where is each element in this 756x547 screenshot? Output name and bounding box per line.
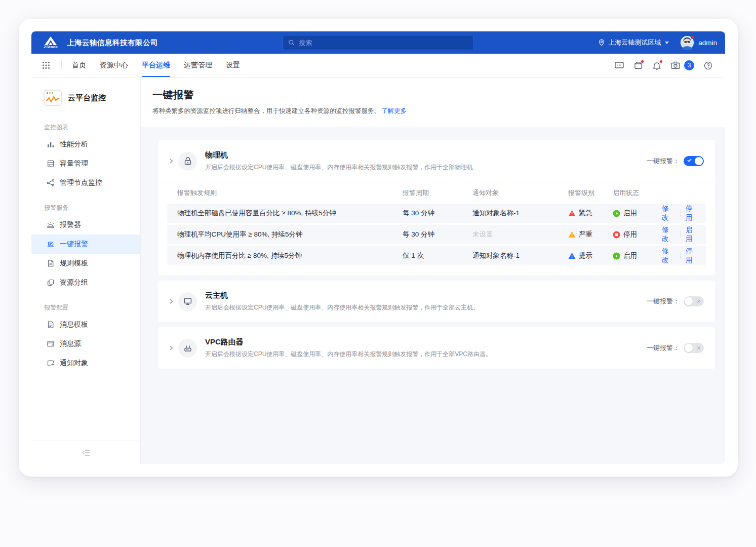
period-cell: 每 30 分钟 — [403, 230, 472, 239]
nav-item-resource-center[interactable]: 资源中心 — [100, 54, 128, 77]
collapse-chevron-icon[interactable] — [168, 158, 174, 164]
sidebar-item-alarms[interactable]: 报警器 — [31, 215, 140, 235]
card-physical-machine: 物理机 开启后会根据设定CPU使用率、磁盘使用率、内存使用率相关报警规则触发报警… — [158, 140, 715, 276]
period-cell: 仅 1 次 — [403, 251, 472, 260]
cards-area: 物理机 开启后会根据设定CPU使用率、磁盘使用率、内存使用率相关报警规则触发报警… — [141, 127, 725, 464]
page-subtitle: 将种类繁多的资源监控项进行归纳整合，用于快速建立各种资源的监控报警服务。了解更多 — [152, 107, 713, 115]
tasks-notification-dot — [641, 60, 644, 63]
level-severe-icon — [568, 231, 576, 238]
app-window: ZStack 上海云轴信息科技有限公司 上海云轴测试区域 — [19, 19, 738, 477]
sidebar-item-label: 消息源 — [60, 339, 81, 348]
sidebar-item-label: 消息模板 — [60, 320, 88, 329]
sidebar-item-performance-analysis[interactable]: 性能分析 — [31, 135, 140, 154]
sidebar-collapse-button[interactable] — [82, 449, 90, 456]
user-avatar[interactable] — [680, 35, 694, 50]
vm-instance-icon — [178, 292, 197, 311]
help-icon[interactable] — [703, 60, 713, 70]
toggle-label: 一键报警： — [647, 297, 680, 306]
table-row: 物理机全部磁盘已使用容量百分比 ≥ 80%, 持续5分钟 每 30 分钟 通知对… — [167, 204, 706, 223]
col-header-period: 报警周期 — [403, 188, 472, 198]
bell-notification-dot — [659, 60, 663, 63]
card-title: 云主机 — [205, 291, 479, 300]
toggle-knob — [685, 297, 693, 305]
table-header-row: 报警触发规则 报警周期 通知对象 报警级别 启用状态 — [167, 182, 706, 204]
sidebar-item-message-templates[interactable]: 消息模板 — [31, 315, 140, 334]
sidebar-item-one-click-alarm[interactable]: 一键报警 — [31, 235, 140, 254]
company-name: 上海云轴信息科技有限公司 — [67, 38, 158, 48]
tasks-icon[interactable] — [633, 60, 643, 70]
sidebar-item-mgmt-node-monitor[interactable]: 管理节点监控 — [31, 173, 140, 192]
card-vpc-router: VPC路由器 开启后会根据设定CPU使用率、磁盘使用率、内存使用率相关报警规则触… — [158, 327, 715, 369]
global-search[interactable] — [283, 35, 474, 50]
nav-item-settings[interactable]: 设置 — [226, 54, 240, 77]
col-header-notify: 通知对象 — [472, 188, 568, 198]
apps-grid-icon[interactable] — [42, 60, 52, 70]
nav-item-home[interactable]: 首页 — [72, 54, 86, 77]
collapse-chevron-icon[interactable] — [168, 345, 174, 351]
top-bar: ZStack 上海云轴信息科技有限公司 上海云轴测试区域 — [31, 31, 725, 54]
sidebar-section-monitor-charts: 监控图表 — [31, 112, 140, 135]
sidebar-item-rule-templates[interactable]: 规则模板 — [31, 254, 140, 273]
status-label: 停用 — [623, 230, 637, 239]
rule-template-icon — [47, 259, 55, 267]
one-click-alarm-toggle[interactable] — [684, 156, 704, 166]
sidebar-item-label: 一键报警 — [60, 240, 88, 249]
sidebar-item-label: 管理节点监控 — [60, 178, 102, 187]
snapshot-icon[interactable] — [670, 60, 681, 70]
sidebar-item-message-sources[interactable]: 消息源 — [31, 334, 140, 354]
sidebar-app-cloud-monitor[interactable]: 云平台监控 — [31, 89, 140, 107]
sidebar-section-alarm-config: 报警配置 — [31, 292, 140, 315]
card-description: 开启后会根据设定CPU使用率、磁盘使用率、内存使用率相关报警规则触发报警，作用于… — [205, 350, 492, 359]
level-label: 紧急 — [579, 209, 592, 218]
col-header-status: 启用状态 — [613, 188, 662, 198]
bell-icon[interactable] — [652, 60, 662, 70]
rule-cell: 物理机全部磁盘已使用容量百分比 ≥ 80%, 持续5分钟 — [167, 209, 403, 218]
main-nav-bar: 首页 资源中心 平台运维 运营管理 设置 — [31, 54, 725, 77]
nav-item-operation-mgmt[interactable]: 运营管理 — [184, 54, 212, 77]
cloud-monitor-app-icon — [44, 89, 62, 107]
disable-link[interactable]: 停用 — [686, 247, 699, 265]
rule-cell: 物理机内存使用百分比 ≥ 80%, 持续5分钟 — [167, 251, 403, 260]
sidebar-app-title: 云平台监控 — [68, 93, 106, 103]
learn-more-link[interactable]: 了解更多 — [381, 107, 407, 114]
card-vm-instance: 云主机 开启后会根据设定CPU使用率、磁盘使用率、内存使用率相关报警规则触发报警… — [158, 281, 715, 322]
sidebar-item-notification-objects[interactable]: 通知对象 — [31, 354, 140, 373]
one-click-alarm-toggle[interactable] — [684, 296, 704, 306]
level-label: 提示 — [579, 251, 592, 260]
disable-link[interactable]: 停用 — [686, 204, 699, 222]
sidebar-item-resource-groups[interactable]: 资源分组 — [31, 273, 140, 292]
search-icon — [288, 39, 295, 46]
action-divider — [680, 253, 681, 259]
region-selector[interactable]: 上海云轴测试区域 — [598, 38, 669, 47]
card-title: VPC路由器 — [205, 337, 492, 347]
console-icon[interactable] — [614, 60, 624, 70]
collapse-chevron-icon[interactable] — [168, 298, 174, 304]
modify-link[interactable]: 修改 — [662, 204, 675, 222]
region-name: 上海云轴测试区域 — [608, 38, 661, 47]
sidebar-item-label: 性能分析 — [60, 140, 88, 149]
toggle-knob — [695, 157, 703, 165]
rule-cell: 物理机平均CPU使用率 ≥ 80%, 持续5分钟 — [167, 230, 403, 239]
nav-item-platform-ops[interactable]: 平台运维 — [142, 54, 170, 77]
level-info-icon — [568, 252, 576, 259]
modify-link[interactable]: 修改 — [662, 247, 675, 265]
sidebar-item-label: 通知对象 — [60, 359, 88, 368]
zstack-logo[interactable]: ZStack — [39, 36, 62, 49]
col-header-rule: 报警触发规则 — [167, 188, 403, 198]
period-cell: 每 30 分钟 — [403, 209, 472, 218]
sidebar-item-capacity-mgmt[interactable]: 容量管理 — [31, 154, 140, 173]
sidebar-item-label: 规则模板 — [60, 259, 88, 268]
enable-link[interactable]: 启用 — [686, 225, 699, 244]
search-input[interactable] — [299, 39, 468, 47]
notification-count-badge[interactable]: 3 — [684, 60, 694, 70]
one-click-alarm-icon — [47, 240, 55, 248]
one-click-alarm-toggle[interactable] — [684, 343, 704, 353]
modify-link[interactable]: 修改 — [662, 225, 675, 244]
toggle-label: 一键报警： — [647, 343, 680, 353]
node-monitor-icon — [47, 179, 55, 187]
sidebar-section-alarm-services: 报警服务 — [31, 192, 140, 215]
alarm-icon — [47, 221, 55, 229]
main-panel: 一键报警 将种类繁多的资源监控项进行归纳整合，用于快速建立各种资源的监控报警服务… — [141, 77, 725, 464]
level-label: 严重 — [579, 230, 592, 239]
card-description: 开启后会根据设定CPU使用率、磁盘使用率、内存使用率相关报警规则触发报警，作用于… — [205, 163, 473, 172]
